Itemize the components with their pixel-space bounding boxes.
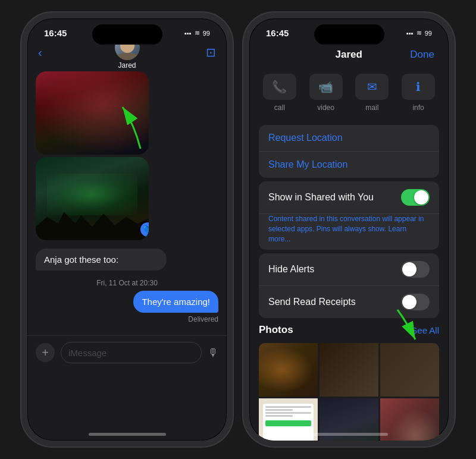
signal-icon: ▪▪▪	[184, 30, 192, 37]
contact-name-right: Jared	[335, 49, 362, 61]
battery-icon: 99	[203, 30, 210, 37]
green-arrow-right	[386, 304, 421, 357]
status-icons-left: ▪▪▪ ≋ 99	[184, 29, 210, 37]
message-input[interactable]: iMessage	[61, 342, 202, 363]
status-icons-right: ▪▪▪ ≋ 99	[406, 29, 432, 37]
signal-icon-r: ▪▪▪	[406, 30, 414, 37]
dynamic-island	[92, 24, 162, 45]
time-right: 16:45	[266, 28, 289, 38]
aurora-photo-1	[36, 71, 149, 155]
share-location-row[interactable]: Share My Location	[259, 152, 439, 178]
call-label: call	[274, 103, 285, 112]
photo-2[interactable]	[320, 343, 378, 397]
photo-bubble-group: 💙 ⬆	[36, 71, 218, 240]
photos-grid	[259, 343, 439, 447]
back-button[interactable]: ‹	[38, 46, 42, 59]
aurora-overlay	[36, 71, 149, 155]
home-indicator-left	[89, 433, 166, 436]
mock-line-2	[265, 409, 293, 411]
nav-bar-left: ‹ Jared ⊡	[27, 42, 227, 65]
info-icon: ℹ	[402, 74, 435, 100]
mail-label: mail	[365, 103, 378, 112]
date-label: Fri, 11 Oct at 20:30	[36, 279, 218, 287]
hide-alerts-label: Hide Alerts	[268, 264, 314, 275]
phones-container: 16:45 ▪▪▪ ≋ 99 ‹ Jared ⊡	[0, 0, 476, 459]
toggle-knob	[414, 190, 428, 205]
mock-line-3	[265, 412, 311, 414]
add-button[interactable]: +	[36, 343, 55, 362]
dynamic-island-right	[314, 24, 384, 45]
message-received: Anja got these too:	[36, 249, 167, 271]
input-placeholder: iMessage	[68, 348, 107, 358]
request-location-label: Request Location	[268, 133, 343, 143]
action-row: 📞 call 📹 video ✉ mail ℹ info	[249, 69, 449, 121]
hide-alerts-toggle[interactable]	[401, 261, 430, 278]
photo-6[interactable]	[380, 398, 439, 447]
mock-line-1	[265, 406, 311, 408]
mock-green-bar	[265, 420, 311, 426]
mail-icon: ✉	[355, 74, 389, 100]
right-phone: 16:45 ▪▪▪ ≋ 99 Jared Done 📞 call	[243, 12, 455, 447]
home-indicator-right	[311, 433, 388, 436]
screenshot-thumb	[263, 404, 313, 447]
request-location-row[interactable]: Request Location	[259, 125, 439, 152]
show-shared-toggle[interactable]	[401, 189, 430, 206]
avatar-body	[115, 53, 140, 60]
call-icon: 📞	[263, 74, 296, 100]
mail-button[interactable]: ✉ mail	[352, 74, 393, 112]
message-status: Delivered	[36, 315, 218, 323]
chat-area: 💙 ⬆ Anja got these too: Fri, 11 Oct at 2…	[27, 65, 227, 335]
video-icon: 📹	[309, 74, 343, 100]
battery-icon-r: 99	[425, 30, 432, 37]
aurora-photo-2	[36, 157, 149, 240]
photo-5[interactable]	[320, 398, 378, 447]
done-button[interactable]: Done	[410, 49, 434, 61]
send-receipts-label: Send Read Receipts	[268, 297, 356, 307]
video-call-icon[interactable]: ⊡	[206, 45, 216, 59]
video-button[interactable]: 📹 video	[305, 74, 347, 112]
photo-1[interactable]	[259, 343, 318, 397]
location-section: Request Location Share My Location	[259, 125, 439, 178]
wifi-icon-r: ≋	[416, 29, 422, 37]
photos-title: Photos	[259, 324, 293, 336]
time-left: 16:45	[44, 28, 67, 38]
info-label: info	[412, 103, 424, 112]
photo-4[interactable]	[259, 398, 318, 447]
photos-section: Photos See All	[259, 322, 439, 447]
shared-section: Show in Shared with You Content shared i…	[259, 181, 439, 250]
photo-bubble-1	[36, 71, 149, 155]
info-button[interactable]: ℹ info	[397, 74, 439, 112]
mic-icon[interactable]: 🎙	[208, 347, 218, 359]
mock-line-4	[265, 415, 293, 417]
show-shared-row: Show in Shared with You	[259, 181, 439, 214]
left-phone: 16:45 ▪▪▪ ≋ 99 ‹ Jared ⊡	[21, 12, 233, 447]
call-button[interactable]: 📞 call	[259, 74, 300, 112]
share-location-label: Share My Location	[268, 159, 347, 170]
message-sent: They're amazing!	[133, 291, 218, 313]
video-label: video	[317, 103, 334, 112]
aurora-green	[47, 174, 137, 215]
contact-header: Jared Done	[249, 42, 449, 69]
input-bar: + iMessage 🎙	[27, 335, 227, 375]
show-shared-label: Show in Shared with You	[268, 192, 374, 203]
toggle-knob-2	[402, 262, 416, 276]
photo-bubble-2: 💙 ⬆	[36, 157, 149, 240]
wifi-icon: ≋	[195, 29, 200, 37]
shared-note: Content shared in this conversation will…	[259, 214, 439, 250]
hide-alerts-row: Hide Alerts	[259, 253, 439, 286]
